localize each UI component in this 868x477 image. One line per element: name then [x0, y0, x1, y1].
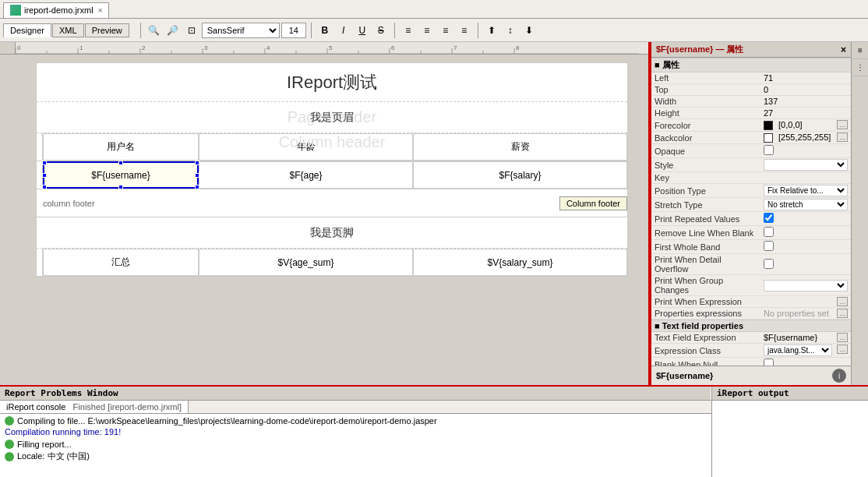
prop-style-value[interactable]: [760, 158, 851, 172]
col-footer-section: column footer Column footer: [37, 189, 627, 217]
prop-style-label: Style: [651, 158, 760, 172]
handle-tl[interactable]: [42, 161, 47, 165]
font-family-select[interactable]: SansSerif: [202, 23, 280, 38]
print-when-group-select[interactable]: [764, 280, 848, 292]
right-tool-1[interactable]: ≡: [852, 42, 868, 59]
prop-remove-line-value[interactable]: [760, 226, 851, 240]
summary-age-cell: $V{age_sum}: [199, 249, 413, 276]
tab-close[interactable]: ×: [98, 6, 103, 15]
prop-blank-when-null-value[interactable]: [760, 358, 851, 366]
style-select[interactable]: [764, 159, 848, 171]
prop-properties-expr-value[interactable]: No properties set ...: [760, 308, 851, 320]
prop-key: Key: [651, 172, 851, 184]
prop-top-value[interactable]: [760, 84, 851, 96]
handle-t[interactable]: [118, 161, 123, 165]
tab-xml[interactable]: XML: [52, 23, 84, 37]
opaque-checkbox[interactable]: [764, 145, 774, 155]
problems-header: Report Problems Window: [0, 387, 711, 401]
prop-print-when-detail-value[interactable]: [760, 254, 851, 275]
props-close-btn[interactable]: ×: [841, 44, 846, 55]
align-top-btn[interactable]: ⬆: [483, 22, 500, 39]
position-type-select[interactable]: Fix Relative to...: [764, 185, 848, 196]
prop-height-value[interactable]: [760, 108, 851, 119]
log-icon-4: [5, 440, 14, 449]
zoom-out-btn[interactable]: 🔍: [146, 22, 163, 39]
tab-bar: ireport-demo.jrxml ×: [0, 0, 868, 19]
first-whole-band-checkbox[interactable]: [764, 241, 774, 251]
prop-opaque-value[interactable]: [760, 144, 851, 158]
align-middle-btn[interactable]: ↕: [502, 22, 519, 39]
handle-l[interactable]: [42, 173, 47, 178]
blank-when-null-checkbox[interactable]: [764, 359, 774, 366]
prop-first-whole-band-value[interactable]: [760, 240, 851, 254]
console-tab[interactable]: iReport console Finished [ireport-demo.j…: [0, 401, 189, 413]
col-footer-popup[interactable]: Column footer: [559, 196, 627, 210]
print-repeated-checkbox[interactable]: [764, 213, 774, 223]
zoom-in-btn[interactable]: 🔎: [164, 22, 182, 39]
zoom-fit-btn[interactable]: ⊡: [183, 22, 200, 39]
forecolor-text: [0,0,0]: [778, 120, 803, 129]
designer-area[interactable]: 0 1 2 3 4 5 6 7 8: [0, 42, 650, 385]
prop-backcolor-value[interactable]: [255,255,255] ...: [760, 132, 851, 144]
font-size-input[interactable]: [281, 23, 306, 38]
prop-width-value[interactable]: [760, 96, 851, 108]
handle-tr[interactable]: [195, 161, 199, 165]
prop-print-when-group-value[interactable]: [760, 275, 851, 296]
tab-designer[interactable]: Designer: [3, 23, 51, 37]
align-left-btn[interactable]: ≡: [400, 22, 417, 39]
svg-text:6: 6: [391, 44, 395, 51]
title-section: IReport测试: [37, 63, 627, 102]
props-table: Left Top Width: [651, 72, 851, 320]
properties-panel: $F{username} — 属性 × ■ 属性 Left To: [650, 42, 868, 385]
props-expr-ellipsis[interactable]: ...: [837, 309, 848, 318]
prop-print-repeated-value[interactable]: [760, 212, 851, 226]
log-line-1: Compiling to file... E:\workSpeace\learn…: [3, 415, 708, 426]
props-bottom-icon[interactable]: i: [832, 369, 846, 383]
bold-btn[interactable]: B: [316, 22, 333, 39]
ruler-corner: [0, 42, 16, 55]
prop-stretch-type-value[interactable]: No stretch: [760, 198, 851, 212]
text-field-props-table: Text Field Expression $F{username} ... E…: [651, 332, 851, 366]
prop-position-type-value[interactable]: Fix Relative to...: [760, 184, 851, 198]
prop-stretch-type: Stretch Type No stretch: [651, 198, 851, 212]
align-bottom-btn[interactable]: ⬇: [520, 22, 538, 39]
print-when-detail-checkbox[interactable]: [764, 259, 774, 269]
col-header-left-border: [37, 133, 43, 161]
props-scroll[interactable]: ■ 属性 Left Top Width: [651, 58, 851, 366]
align-center-btn[interactable]: ≡: [418, 22, 436, 39]
prop-forecolor-value[interactable]: [0,0,0] ...: [760, 119, 851, 132]
prop-expression-class-value[interactable]: java.lang.St... ...: [760, 344, 851, 358]
italic-btn[interactable]: I: [335, 22, 352, 39]
detail-age-cell[interactable]: $F{age}: [199, 161, 413, 189]
underline-btn[interactable]: U: [354, 22, 371, 39]
handle-r[interactable]: [195, 173, 199, 178]
file-icon: [10, 5, 21, 16]
remove-line-checkbox[interactable]: [764, 227, 774, 237]
detail-username-cell[interactable]: $F{username}: [43, 161, 199, 189]
prop-left-value[interactable]: [760, 72, 851, 84]
text-field-expr-ellipsis[interactable]: ...: [837, 333, 848, 342]
prop-key-label: Key: [651, 172, 760, 184]
col-header-salary: 薪资: [413, 133, 627, 161]
align-right-btn[interactable]: ≡: [437, 22, 454, 39]
prop-text-field-expr-value[interactable]: $F{username} ...: [760, 332, 851, 344]
detail-salary-cell[interactable]: $F{salary}: [413, 161, 627, 189]
right-tool-2[interactable]: ⋮: [852, 59, 868, 76]
prop-key-value[interactable]: [760, 172, 851, 184]
backcolor-ellipsis[interactable]: ...: [837, 132, 848, 142]
stretch-type-select[interactable]: No stretch: [764, 199, 848, 210]
forecolor-ellipsis[interactable]: ...: [837, 120, 848, 129]
tab-preview[interactable]: Preview: [85, 23, 129, 37]
align-justify-btn[interactable]: ≡: [456, 22, 473, 39]
expression-class-select[interactable]: java.lang.St...: [764, 344, 832, 356]
print-when-expr-ellipsis[interactable]: ...: [837, 297, 848, 306]
prop-opaque: Opaque: [651, 144, 851, 158]
prop-text-field-expr: Text Field Expression $F{username} ...: [651, 332, 851, 344]
strikethrough-btn[interactable]: S: [372, 22, 390, 39]
column-header-section: 用户名 年龄 薪资 Column header: [37, 133, 627, 161]
prop-print-when-expr-value[interactable]: ...: [760, 296, 851, 308]
props-bottom-label: $F{username}: [656, 371, 713, 380]
expr-class-ellipsis[interactable]: ...: [837, 344, 848, 354]
problems-content: Compiling to file... E:\workSpeace\learn…: [0, 414, 711, 477]
file-tab[interactable]: ireport-demo.jrxml ×: [3, 2, 109, 18]
